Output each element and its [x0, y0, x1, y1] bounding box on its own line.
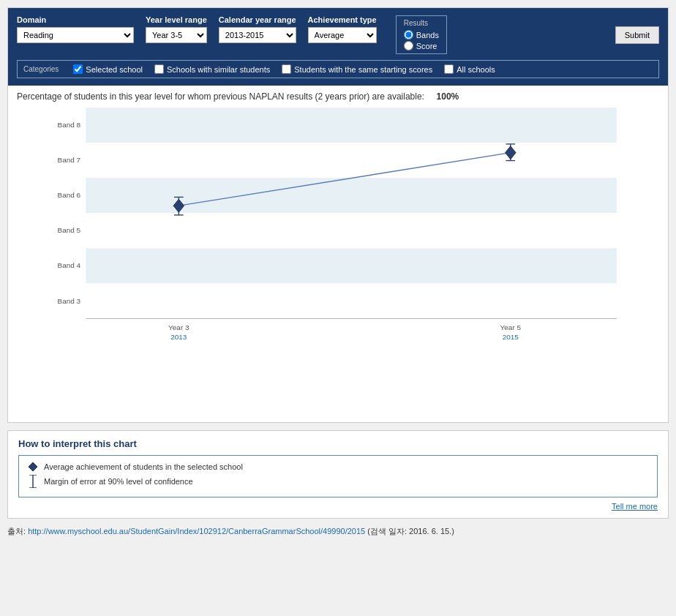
legend-item-2: Margin of error at 90% level of confiden… — [28, 475, 648, 488]
error-bar-icon — [29, 475, 37, 488]
categories-row: Categories Selected school Schools with … — [17, 60, 659, 78]
domain-label: Domain — [17, 15, 134, 24]
domain-group: Domain Reading Writing Numeracy Spelling… — [17, 15, 134, 43]
cat4-label: All schools — [457, 65, 495, 74]
cat4-checkbox[interactable] — [444, 64, 454, 74]
svg-rect-5 — [86, 283, 617, 318]
achievement-label: Achievement type — [308, 15, 377, 24]
footer: 출처: http://www.myschool.edu.au/StudentGa… — [7, 526, 669, 537]
year-level-label: Year level range — [146, 15, 207, 24]
results-radio-group: Bands Score — [404, 30, 439, 50]
results-title: Results — [404, 19, 439, 27]
source-suffix: (검색 일자: 2016. 6. 15.) — [365, 527, 454, 536]
calendar-year-label: Calendar year range — [219, 15, 296, 24]
svg-text:Band 7: Band 7 — [57, 156, 80, 164]
cat2-label: Schools with similar students — [167, 65, 270, 74]
bands-radio[interactable] — [404, 30, 413, 40]
domain-select[interactable]: Reading Writing Numeracy Spelling Gramma… — [17, 27, 134, 43]
svg-text:Band 4: Band 4 — [57, 261, 80, 269]
legend1-text: Average achievement of students in the s… — [44, 462, 243, 471]
cat1-checkbox[interactable] — [73, 64, 83, 74]
svg-rect-0 — [86, 108, 617, 143]
results-box: Results Bands Score — [396, 15, 447, 54]
svg-text:Band 3: Band 3 — [57, 297, 80, 305]
source-prefix: 출처: — [7, 527, 28, 536]
svg-rect-1 — [86, 143, 617, 178]
achievement-group: Achievement type Average Top Bottom — [308, 15, 377, 43]
calendar-year-select[interactable]: 2013-2015 2011-2013 2012-2014 — [219, 27, 296, 43]
calendar-year-group: Calendar year range 2013-2015 2011-2013 … — [219, 15, 296, 43]
svg-marker-26 — [29, 462, 37, 471]
year-level-group: Year level range Year 3-5 Year 5-7 Year … — [146, 15, 207, 43]
category-all-schools: All schools — [444, 64, 495, 74]
chart-svg: Band 8 Band 7 Band 6 Band 5 Band 4 Band … — [17, 108, 659, 393]
svg-rect-2 — [86, 178, 617, 213]
svg-text:2013: 2013 — [170, 333, 187, 341]
score-radio[interactable] — [404, 41, 413, 50]
achievement-select[interactable]: Average Top Bottom — [308, 27, 377, 43]
legend-item-1: Average achievement of students in the s… — [28, 462, 648, 472]
cat1-label: Selected school — [86, 65, 143, 74]
category-same-starting: Students with the same starting scores — [282, 64, 432, 74]
control-row: Domain Reading Writing Numeracy Spelling… — [17, 15, 659, 54]
svg-rect-4 — [86, 248, 617, 283]
svg-text:2015: 2015 — [503, 333, 519, 341]
submit-button[interactable]: Submit — [615, 26, 659, 44]
diamond-icon — [28, 462, 38, 472]
info-title: How to interpret this chart — [18, 438, 658, 449]
info-box: How to interpret this chart Average achi… — [7, 430, 669, 519]
cat2-checkbox[interactable] — [154, 64, 164, 74]
svg-text:Band 6: Band 6 — [57, 191, 80, 199]
chart-section: Percentage of students in this year leve… — [8, 86, 668, 422]
categories-title: Categories — [23, 65, 59, 73]
cat3-checkbox[interactable] — [282, 64, 291, 74]
chart-area: Band 8 Band 7 Band 6 Band 5 Band 4 Band … — [17, 108, 659, 422]
tell-more-link[interactable]: Tell me more — [18, 502, 658, 511]
main-panel: Domain Reading Writing Numeracy Spelling… — [7, 7, 669, 423]
category-selected-school: Selected school — [73, 64, 143, 74]
legend2-text: Margin of error at 90% level of confiden… — [44, 477, 193, 486]
svg-text:Year 3: Year 3 — [168, 323, 189, 331]
info-content: Average achievement of students in the s… — [18, 455, 658, 497]
source-url[interactable]: http://www.myschool.edu.au/StudentGain/I… — [28, 527, 365, 536]
svg-text:Band 8: Band 8 — [57, 121, 80, 129]
cat3-label: Students with the same starting scores — [294, 65, 432, 74]
svg-text:Band 5: Band 5 — [57, 226, 80, 234]
svg-rect-3 — [86, 213, 617, 248]
svg-text:Year 5: Year 5 — [500, 323, 522, 331]
score-label: Score — [416, 42, 437, 50]
bands-label: Bands — [416, 31, 439, 40]
percentage-text: Percentage of students in this year leve… — [17, 91, 659, 102]
score-radio-label[interactable]: Score — [404, 41, 439, 50]
category-similar-students: Schools with similar students — [154, 64, 270, 74]
percentage-value: 100% — [437, 91, 459, 102]
bands-radio-label[interactable]: Bands — [404, 30, 439, 40]
control-bar: Domain Reading Writing Numeracy Spelling… — [8, 8, 668, 86]
year-level-select[interactable]: Year 3-5 Year 5-7 Year 7-9 — [146, 27, 207, 43]
